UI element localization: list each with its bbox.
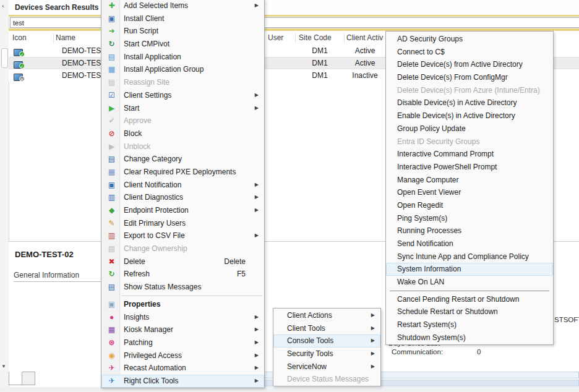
search-input[interactable] xyxy=(10,17,579,28)
column-header-name[interactable]: Name xyxy=(56,33,75,42)
console-tools-item-shutdown-system-s[interactable]: Shutdown System(s) xyxy=(386,331,553,344)
console-tools-item-interactive-command-prompt[interactable]: Interactive Command Prompt xyxy=(386,148,553,161)
menu-item-right-click-tools[interactable]: Right Click Tools ▶ xyxy=(101,375,264,388)
console-tools-item-open-event-viewer[interactable]: Open Event Viewer xyxy=(386,186,553,199)
tab-client-check-detail[interactable] xyxy=(22,372,35,385)
menu-item-export-to-csv-file[interactable]: Export to CSV File ▶ xyxy=(101,229,264,242)
console-tools-item-disable-device-s-in-active-directory[interactable]: Disable Device(s) in Active Directory xyxy=(386,96,553,109)
console-tools-item-manage-computer[interactable]: Manage Computer xyxy=(386,174,553,187)
menu-item-properties[interactable]: Properties xyxy=(101,298,264,311)
console-tools-item-ad-security-groups[interactable]: AD Security Groups xyxy=(386,33,553,46)
console-tools-item-schedule-restart-or-shutdown[interactable]: Schedule Restart or Shutdown xyxy=(386,305,553,318)
submenu-item-console-tools[interactable]: Console Tools ▶ xyxy=(273,334,380,347)
console-tools-item-delete-device-s-from-active-directory[interactable]: Delete Device(s) from Active Directory xyxy=(386,58,553,71)
console-tools-item-enable-device-s-in-active-directory[interactable]: Enable Device(s) in Active Directory xyxy=(386,109,553,122)
submenu-item-servicenow[interactable]: ServiceNow ▶ xyxy=(273,360,380,373)
reassign-icon xyxy=(106,76,117,89)
console-tools-item-group-policy-update[interactable]: Group Policy Update xyxy=(386,122,553,135)
menu-item-refresh[interactable]: Refresh F5 xyxy=(101,268,264,281)
right-click-tools-icon xyxy=(106,375,117,388)
menu-item-start-cmpivot[interactable]: Start CMPivot xyxy=(101,38,264,51)
menu-item-client-notification[interactable]: Client Notification ▶ xyxy=(101,179,264,192)
submenu-arrow-icon: ▶ xyxy=(255,191,259,204)
console-tools-submenu: AD Security Groups Connect to C$ Delete … xyxy=(385,31,554,345)
insights-icon xyxy=(106,311,117,324)
menu-item-block[interactable]: Block xyxy=(101,127,264,140)
change-category-icon xyxy=(106,153,117,166)
block-icon xyxy=(106,127,117,140)
menu-item-recast-automation[interactable]: Recast Automation ▶ xyxy=(101,362,264,375)
section-title: General Information xyxy=(14,271,79,279)
console-tools-item-delete-device-s-from-configmgr[interactable]: Delete Device(s) From ConfigMgr xyxy=(386,71,553,84)
console-tools-item-send-notification[interactable]: Send Notification xyxy=(386,237,553,250)
column-divider xyxy=(295,33,296,43)
menu-item-approve[interactable]: Approve xyxy=(101,114,264,127)
column-header-client-activity[interactable]: Client Activ xyxy=(346,33,383,42)
console-tools-item-open-regedit[interactable]: Open Regedit xyxy=(386,199,553,212)
device-icon xyxy=(14,61,23,69)
collapse-left-icon[interactable]: ‹ xyxy=(2,2,4,9)
splitter-handle[interactable] xyxy=(1,48,8,68)
console-tools-item-entra-id-security-groups[interactable]: Entra ID Security Groups xyxy=(386,135,553,148)
menu-item-install-application-group[interactable]: Install Application Group xyxy=(101,63,264,76)
menu-item-insights[interactable]: Insights ▶ xyxy=(101,311,264,324)
unblock-icon xyxy=(106,140,117,153)
console-tools-item-sync-intune-app-and-compliance-policy[interactable]: Sync Intune App and Compliance Policy xyxy=(386,250,553,263)
console-tools-item-interactive-powershell-prompt[interactable]: Interactive PowerShell Prompt xyxy=(386,161,553,174)
add-icon xyxy=(106,0,117,12)
status-strip xyxy=(0,387,579,392)
submenu-arrow-icon: ▶ xyxy=(371,322,375,335)
scroll-down-icon[interactable]: ▼ xyxy=(1,364,6,369)
submenu-item-security-tools[interactable]: Security Tools ▶ xyxy=(273,347,380,360)
shortcut-text: Delete xyxy=(224,255,246,268)
tools-submenu: Client Actions ▶ Client Tools ▶ Console … xyxy=(273,308,381,386)
menu-item-add-selected-items[interactable]: Add Selected Items ▶ xyxy=(101,0,264,12)
start-icon xyxy=(106,102,117,115)
menu-item-privileged-access[interactable]: Privileged Access ▶ xyxy=(101,349,264,362)
menu-item-client-settings[interactable]: Client Settings ▶ xyxy=(101,89,264,102)
console-tools-item-connect-to-c[interactable]: Connect to C$ xyxy=(386,46,553,59)
menu-item-unblock[interactable]: Unblock xyxy=(101,140,264,153)
column-header-site-code[interactable]: Site Code xyxy=(299,33,332,42)
patching-icon xyxy=(106,336,117,349)
console-tools-item-restart-system-s[interactable]: Restart System(s) xyxy=(386,318,553,331)
column-header-user[interactable]: User xyxy=(268,33,283,42)
console-tools-item-delete-device-s-from-azure-intune-entra[interactable]: Delete Device(s) From Azure (Intune/Entr… xyxy=(386,84,553,97)
menu-item-change-ownership[interactable]: Change Ownership xyxy=(101,242,264,255)
submenu-item-device-status-messages[interactable]: Device Status Messages xyxy=(273,373,380,386)
menu-item-install-application[interactable]: Install Application xyxy=(101,51,264,64)
menu-item-patching[interactable]: Patching ▶ xyxy=(101,336,264,349)
submenu-item-client-actions[interactable]: Client Actions ▶ xyxy=(273,309,380,322)
tab-summary[interactable] xyxy=(9,372,22,385)
submenu-item-client-tools[interactable]: Client Tools ▶ xyxy=(273,322,380,335)
menu-item-edit-primary-users[interactable]: Edit Primary Users xyxy=(101,217,264,230)
client-diagnostics-icon xyxy=(106,191,117,204)
menu-item-delete[interactable]: Delete Delete xyxy=(101,255,264,268)
console-tools-item-running-processes[interactable]: Running Processes xyxy=(386,224,553,237)
menu-item-change-category[interactable]: Change Category xyxy=(101,153,264,166)
submenu-arrow-icon: ▶ xyxy=(371,309,375,322)
cmpivot-icon xyxy=(106,38,117,51)
device-site-code: DM1 xyxy=(295,59,345,67)
submenu-arrow-icon: ▶ xyxy=(255,323,259,336)
column-header-icon[interactable]: Icon xyxy=(12,33,27,42)
console-tools-item-wake-on-lan[interactable]: Wake On LAN xyxy=(386,276,553,289)
pxe-icon xyxy=(106,166,117,179)
console-tools-item-cancel-pending-restart-or-shutdown[interactable]: Cancel Pending Restart or Shutdown xyxy=(386,293,553,306)
console-tools-item-ping-system-s[interactable]: Ping System(s) xyxy=(386,212,553,225)
delete-icon xyxy=(106,255,117,268)
menu-item-install-client[interactable]: Install Client xyxy=(101,12,264,25)
submenu-arrow-icon: ▶ xyxy=(255,311,259,324)
menu-item-show-status-messages[interactable]: Show Status Messages xyxy=(101,281,264,294)
install-client-icon xyxy=(106,12,117,25)
menu-item-reassign-site[interactable]: Reassign Site xyxy=(101,76,264,89)
menu-item-kiosk-manager[interactable]: Kiosk Manager ▶ xyxy=(101,323,264,336)
menu-item-run-script[interactable]: Run Script xyxy=(101,25,264,38)
menu-item-client-diagnostics[interactable]: Client Diagnostics ▶ xyxy=(101,191,264,204)
menu-item-start[interactable]: Start ▶ xyxy=(101,102,264,115)
menu-item-clear-required-pxe-deployments[interactable]: Clear Required PXE Deployments xyxy=(101,166,264,179)
left-rail: ‹ ▼ xyxy=(0,0,9,392)
menu-item-endpoint-protection[interactable]: Endpoint Protection ▶ xyxy=(101,204,264,217)
console-tools-item-system-information[interactable]: System Information xyxy=(386,263,553,276)
change-ownership-icon xyxy=(106,242,117,255)
